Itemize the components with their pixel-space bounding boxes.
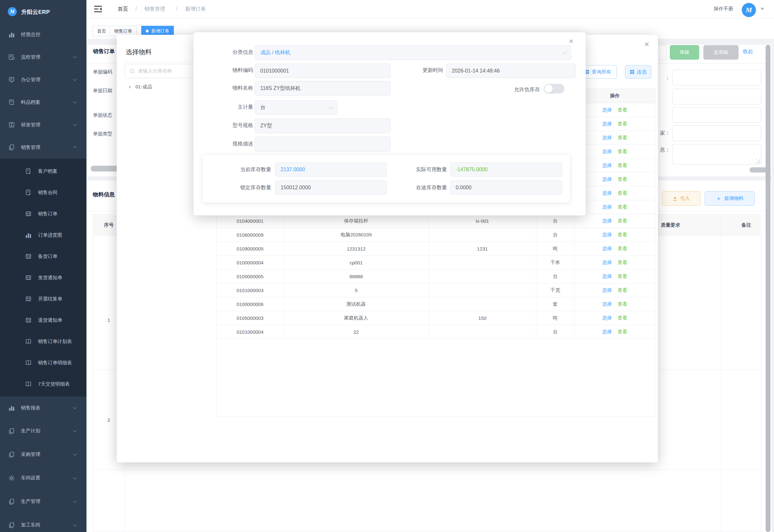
select-link[interactable]: 选择 xyxy=(602,149,612,155)
manual-link[interactable]: 操作手册 xyxy=(714,6,733,12)
sidebar-item-销售报表[interactable]: 销售报表 xyxy=(0,397,86,419)
select-link[interactable]: 选择 xyxy=(602,301,612,307)
view-link[interactable]: 查看 xyxy=(618,287,627,293)
collapse-sidebar-icon[interactable] xyxy=(94,5,102,13)
negative-stock-toggle[interactable] xyxy=(544,84,564,94)
breadcrumb-home[interactable]: 首页 xyxy=(118,6,128,13)
table-row[interactable]: 0106000009电脑20260105台选择查看 xyxy=(217,228,655,242)
sidebar-subitem-客户档案[interactable]: 客户档案 xyxy=(0,161,86,182)
sidebar-subitem-销售订单明细表[interactable]: 销售订单明细表 xyxy=(0,352,86,373)
sidebar-subitem-开票结算单[interactable]: 开票结算单 xyxy=(0,288,86,310)
table-row[interactable]: 0100000004cp001千米选择查看 xyxy=(217,256,655,270)
chevron-down-icon[interactable] xyxy=(760,8,764,12)
sidebar-item-研发管理[interactable]: 研发管理 xyxy=(0,113,86,136)
sidebar-item-采购管理[interactable]: 采购管理 xyxy=(0,443,86,466)
table-row[interactable]: 01010000035千克选择查看 xyxy=(217,283,655,297)
view-link[interactable]: 查看 xyxy=(618,176,627,182)
sidebar-subitem-销售订单计划表[interactable]: 销售订单计划表 xyxy=(0,331,86,352)
add-material-button[interactable]: ＋ 新增物料 xyxy=(705,191,755,206)
avatar[interactable]: M xyxy=(742,3,756,17)
tree-expand-icon[interactable] xyxy=(129,85,133,89)
select-link[interactable]: 选择 xyxy=(602,273,612,280)
right-form-input-4[interactable] xyxy=(672,125,761,141)
breadcrumb-sales[interactable]: 销售管理 xyxy=(144,6,165,13)
right-form-textarea[interactable] xyxy=(672,144,761,164)
collapse-link[interactable]: 收起 xyxy=(743,48,753,55)
view-link[interactable]: 查看 xyxy=(618,329,627,335)
select-link[interactable]: 选择 xyxy=(602,232,612,238)
model-field[interactable]: ZY型 xyxy=(255,118,391,133)
right-form-input-3[interactable] xyxy=(672,107,761,123)
table-row[interactable]: 010900000512313121231吨选择查看 xyxy=(217,242,655,256)
sidebar-subitem-备货订单[interactable]: 备货订单 xyxy=(0,246,86,267)
tab-首页[interactable]: 首页 xyxy=(93,26,111,36)
audit-button[interactable]: 审核 xyxy=(670,45,699,60)
view-link[interactable]: 查看 xyxy=(618,149,627,155)
sidebar-item-经营总控[interactable]: 经营总控 xyxy=(0,23,86,46)
import-button[interactable]: 引入 xyxy=(662,191,700,206)
sidebar-subitem-退货通知单[interactable]: 退货通知单 xyxy=(0,310,86,331)
select-link[interactable]: 选择 xyxy=(602,287,612,293)
view-link[interactable]: 查看 xyxy=(618,218,627,224)
table-cell: 千克 xyxy=(536,283,575,297)
sidebar-item-车间设置[interactable]: 车间设置 xyxy=(0,466,86,490)
select-link[interactable]: 选择 xyxy=(602,204,612,210)
sidebar-subitem-发货通知单[interactable]: 发货通知单 xyxy=(0,267,86,288)
view-link[interactable]: 查看 xyxy=(618,315,627,321)
select-link[interactable]: 选择 xyxy=(602,163,612,169)
view-link[interactable]: 查看 xyxy=(618,121,627,127)
updated-time-field[interactable]: 2026-01-14 14:48:46 xyxy=(446,64,576,78)
view-link[interactable]: 查看 xyxy=(618,190,627,196)
sidebar-item-料品档案[interactable]: 料品档案 xyxy=(0,91,86,113)
modal-close-icon[interactable]: × xyxy=(644,40,649,48)
unit-select[interactable]: 台 xyxy=(255,100,337,115)
select-link[interactable]: 选择 xyxy=(602,218,612,224)
table-row[interactable]: 0104000001保存箱拉杆lx-001台选择查看 xyxy=(217,214,655,228)
view-link[interactable]: 查看 xyxy=(618,135,627,141)
spec-desc-field[interactable] xyxy=(255,137,391,152)
view-link[interactable]: 查看 xyxy=(618,107,627,113)
unaudit-button[interactable]: 反审核 xyxy=(703,45,739,60)
table-row[interactable]: 010100000422台选择查看 xyxy=(217,325,655,339)
view-link[interactable]: 查看 xyxy=(618,232,627,238)
category-select[interactable]: 成品 / 纸杯机 xyxy=(255,45,571,60)
select-link[interactable]: 选择 xyxy=(602,121,612,127)
table-row[interactable]: 0100000006测试机器套选择查看 xyxy=(217,297,655,311)
select-link[interactable]: 选择 xyxy=(602,107,612,113)
sidebar-item-生产计划[interactable]: 生产计划 xyxy=(0,419,86,443)
select-link[interactable]: 选择 xyxy=(602,260,612,266)
view-link[interactable]: 查看 xyxy=(618,246,627,252)
sidebar-subitem-销售订单[interactable]: 销售订单 xyxy=(0,203,86,224)
v-scrollbar-thumb[interactable] xyxy=(766,45,770,532)
select-link[interactable]: 选择 xyxy=(602,176,612,182)
material-name-field[interactable]: 118S ZY型纸杯机 xyxy=(255,81,391,96)
available-stock-field[interactable]: -147875.0000 xyxy=(450,163,562,177)
view-link[interactable]: 查看 xyxy=(618,301,627,307)
view-link[interactable]: 查看 xyxy=(618,204,627,210)
select-link[interactable]: 选择 xyxy=(602,135,612,141)
view-link[interactable]: 查看 xyxy=(618,260,627,266)
tree-node-finished-goods[interactable]: 01-成品 xyxy=(129,84,152,90)
sidebar-subitem-销售合同[interactable]: 销售合同 xyxy=(0,182,86,203)
sidebar-subitem-订单进度图[interactable]: 订单进度图 xyxy=(0,224,86,246)
select-link[interactable]: 选择 xyxy=(602,315,612,321)
sidebar-item-流程管理[interactable]: 流程管理 xyxy=(0,46,86,68)
select-link[interactable]: 选择 xyxy=(602,246,612,252)
select-link[interactable]: 选择 xyxy=(602,190,612,196)
sidebar-item-加工车间[interactable]: 加工车间 xyxy=(0,513,86,532)
right-form-input-1[interactable] xyxy=(672,70,761,85)
sidebar-item-销售管理[interactable]: 销售管理 xyxy=(0,136,86,159)
right-form-input-2[interactable] xyxy=(672,89,761,104)
sidebar-item-办公管理[interactable]: 办公管理 xyxy=(0,68,86,91)
view-link[interactable]: 查看 xyxy=(618,273,627,280)
table-row[interactable]: 010000000588888台选择查看 xyxy=(217,270,655,283)
sidebar-item-生产管理[interactable]: 生产管理 xyxy=(0,490,86,513)
resize-grip-icon[interactable] xyxy=(756,159,760,163)
table-row[interactable]: 0105000003家庭机器人150吨选择查看 xyxy=(217,311,655,325)
sidebar-subitem-7天交货明细表[interactable]: 7天交货明细表 xyxy=(0,373,86,395)
transit-stock-field[interactable]: 0.0000 xyxy=(450,181,562,195)
dialog-close-icon[interactable]: × xyxy=(569,37,573,45)
multi-select-button[interactable]: 连选 xyxy=(625,65,651,79)
select-link[interactable]: 选择 xyxy=(602,329,612,335)
view-link[interactable]: 查看 xyxy=(618,163,627,169)
